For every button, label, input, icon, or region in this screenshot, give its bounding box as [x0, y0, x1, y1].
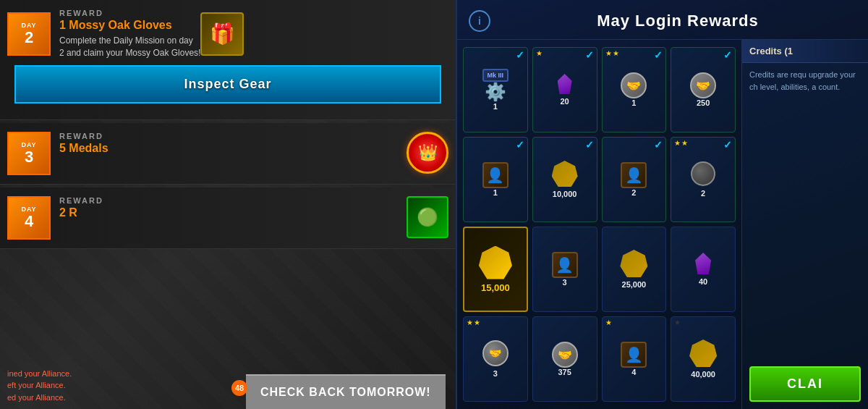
reward-qty-14: 4	[631, 368, 636, 376]
day-2-desc: Complete the Daily Mission on day 2 and …	[59, 35, 200, 59]
day-3-number: 3	[25, 149, 33, 165]
reward-cell-4[interactable]: ✓ 👤 1	[463, 137, 528, 222]
reward-qty-4: 1	[493, 188, 498, 197]
stars-15: ★	[674, 319, 681, 326]
checkmark-1: ✓	[585, 49, 594, 61]
reward-qty-9: 3	[563, 278, 567, 287]
rewards-grid: ✓ Mk III ⚙️ 1 ✓ ★ 20 ✓	[457, 40, 741, 409]
reward-icon-0: ⚙️	[485, 83, 506, 101]
jawa-icon-14: 👤	[621, 342, 647, 368]
day-4-content: REWARD 2 R	[59, 196, 407, 221]
gear-shard-icon-10	[620, 250, 647, 277]
reward-qty-15: 40,000	[691, 370, 715, 379]
jawa-icon-4: 👤	[482, 162, 509, 188]
alliance-msg-2: ed your Alliance.	[7, 392, 72, 404]
credits-icon-12: 🤝	[482, 340, 509, 366]
left-panel: DAY 2 REWARD 1 Mossy Oak Gloves Complete…	[0, 0, 456, 409]
day-2-number: 2	[25, 30, 33, 46]
check-back-banner: CHECK BACK TOMORROW!	[246, 374, 446, 409]
side-info-body: Credits are requ upgrade your ch level, …	[742, 63, 868, 359]
reward-cell-10[interactable]: 25,000	[602, 227, 667, 312]
day-2-card: DAY 2 REWARD 1 Mossy Oak Gloves Complete…	[0, 0, 456, 120]
reward-qty-0: 1	[493, 102, 498, 111]
day-3-badge: DAY 3	[7, 132, 51, 175]
right-header: i May Login Rewards	[457, 0, 868, 40]
gear-shard-icon-5	[552, 161, 578, 187]
reward-cell-12[interactable]: ★ ★ 🤝 3	[463, 316, 528, 402]
day-2-reward-label: REWARD	[59, 9, 200, 17]
day-4-reward-label: REWARD	[59, 196, 407, 205]
claim-button[interactable]: CLAI	[749, 366, 861, 402]
reward-qty-5: 10,000	[553, 190, 577, 198]
day-2-badge: DAY 2	[7, 12, 51, 56]
credits-icon-13: 🤝	[552, 342, 578, 368]
inspect-gear-button[interactable]: Inspect Gear	[14, 65, 441, 104]
reward-cell-11[interactable]: 40	[671, 227, 736, 312]
checkmark-0: ✓	[516, 49, 524, 61]
alliance-msg-0: ined your Alliance.	[7, 368, 72, 380]
stars-14: ★	[605, 319, 612, 326]
day-4-icon: 🟢	[407, 196, 448, 238]
reward-cell-0[interactable]: ✓ Mk III ⚙️ 1	[463, 47, 528, 132]
day-2-reward-item: 1 Mossy Oak Gloves	[59, 19, 200, 32]
reward-qty-7: 2	[701, 189, 705, 198]
checkmark-5: ✓	[585, 139, 594, 151]
reward-cell-7[interactable]: ✓ ★ ★ 2	[671, 137, 736, 222]
day-3-reward-label: REWARD	[59, 132, 407, 140]
purple-crystal-icon-11	[695, 253, 711, 274]
reward-cell-9[interactable]: 👤 3	[532, 227, 597, 312]
reward-qty-10: 25,000	[622, 280, 647, 289]
reward-cell-3[interactable]: ✓ 🤝 250	[671, 47, 736, 132]
side-info-header: Credits (1	[742, 40, 868, 63]
stars-12: ★ ★	[467, 319, 480, 326]
credits-icon-2: 🤝	[621, 72, 647, 98]
right-panel: i May Login Rewards ✓ Mk III ⚙️ 1 ✓ ★	[456, 0, 868, 409]
day-2-icon: 🎁	[200, 12, 244, 56]
reward-cell-15[interactable]: ★ 40,000	[671, 316, 736, 402]
reward-qty-2: 1	[631, 98, 636, 107]
day-3-card: DAY 3 REWARD 5 Medals 👑	[0, 123, 456, 185]
day-3-medal-icon: 👑	[407, 132, 448, 174]
checkmark-4: ✓	[516, 139, 524, 151]
day-4-badge: DAY 4	[7, 196, 51, 240]
stars-1: ★	[536, 49, 542, 57]
day-4-card: DAY 4 REWARD 2 R 🟢	[0, 187, 456, 249]
reward-qty-12: 3	[493, 369, 498, 378]
reward-cell-1[interactable]: ✓ ★ 20	[532, 47, 597, 132]
reward-qty-8: 15,000	[481, 282, 510, 293]
reward-qty-1: 20	[561, 97, 569, 106]
jawa-icon-9: 👤	[552, 252, 578, 278]
reward-qty-6: 2	[631, 188, 636, 197]
reward-cell-6[interactable]: ✓ 👤 2	[602, 137, 667, 222]
reward-cell-5[interactable]: ✓ 10,000	[532, 137, 597, 222]
gear-shard-icon-15	[689, 340, 717, 367]
orb-icon-7	[691, 161, 715, 186]
alliance-messages: ined your Alliance. eft your Alliance. e…	[0, 365, 79, 410]
purple-crystal-icon	[558, 74, 572, 94]
reward-cell-2[interactable]: ✓ ★ ★ 🤝 1	[602, 47, 667, 132]
reward-qty-3: 250	[697, 98, 710, 107]
day-4-reward-item: 2 R	[59, 206, 407, 219]
day-2-content: REWARD 1 Mossy Oak Gloves Complete the D…	[59, 9, 200, 59]
stars-7: ★ ★	[674, 139, 688, 147]
reward-cell-14[interactable]: ★ 👤 4	[602, 316, 667, 402]
day-3-content: REWARD 5 Medals	[59, 132, 407, 156]
notification-badge: 48	[231, 380, 247, 396]
stars-2: ★ ★	[605, 49, 619, 57]
gear-shard-icon-active	[479, 246, 512, 279]
right-body: ✓ Mk III ⚙️ 1 ✓ ★ 20 ✓	[457, 40, 868, 409]
checkmark-6: ✓	[654, 139, 663, 151]
reward-qty-11: 40	[699, 277, 707, 286]
alliance-msg-1: eft your Alliance.	[7, 379, 72, 392]
reward-cell-13[interactable]: 🤝 375	[532, 316, 597, 402]
reward-qty-13: 375	[558, 368, 571, 376]
info-icon[interactable]: i	[469, 10, 490, 32]
reward-cell-8[interactable]: 15,000	[463, 227, 528, 312]
day-4-number: 4	[25, 214, 33, 229]
credits-icon-3: 🤝	[690, 72, 716, 98]
checkmark-2: ✓	[654, 49, 663, 61]
jawa-icon-6: 👤	[621, 162, 647, 188]
right-title: May Login Rewards	[499, 12, 856, 30]
checkmark-7: ✓	[723, 139, 732, 151]
day-3-reward-item: 5 Medals	[59, 142, 407, 155]
